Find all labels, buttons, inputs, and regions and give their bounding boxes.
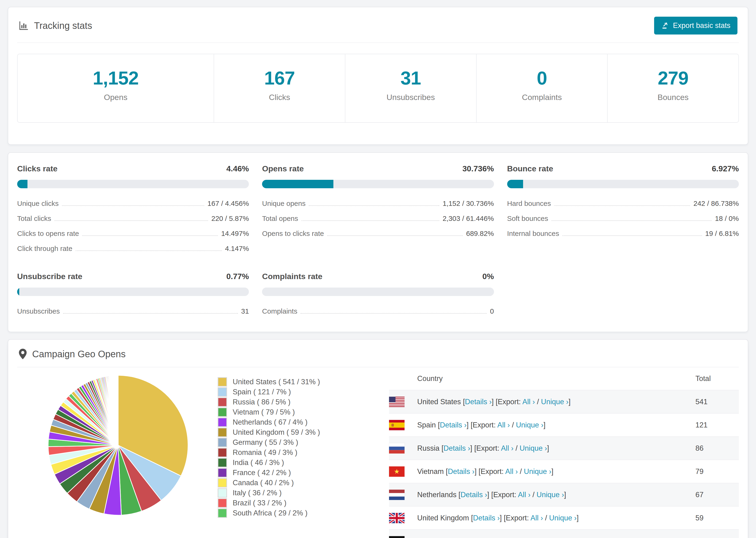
progress-bar <box>17 288 249 296</box>
details-link[interactable]: Details › <box>440 421 467 429</box>
bar-chart-icon <box>19 21 29 31</box>
details-link[interactable]: Details › <box>448 467 474 476</box>
country-name: Russia <box>417 444 440 452</box>
rate-value: 0% <box>482 272 494 281</box>
country-column-header: Country <box>389 374 695 383</box>
legend-item: France ( 42 / 2% ) <box>218 467 328 478</box>
country-total: 79 <box>695 467 739 476</box>
legend-item: Brazil ( 33 / 2% ) <box>218 498 328 508</box>
export-all-link[interactable]: All › <box>518 491 530 499</box>
geo-legend: United States ( 541 / 31% ) Spain ( 121 … <box>218 367 328 518</box>
export-all-link[interactable]: All › <box>497 421 510 429</box>
country-flag-icon <box>389 513 405 523</box>
country-cell: Russia [Details ›] [Export: All › / Uniq… <box>417 444 695 453</box>
export-unique-link[interactable]: Unique › <box>516 421 543 429</box>
rate-detail-row: Total opens 2,303 / 61.446% <box>262 215 494 223</box>
country-cell: Spain [Details ›] [Export: All › / Uniqu… <box>417 421 695 429</box>
geo-pie-chart <box>46 373 190 518</box>
legend-color-swatch <box>218 448 227 457</box>
rate-detail-value: 0 <box>490 307 494 315</box>
export-unique-link[interactable]: Unique › <box>549 514 577 522</box>
country-name: Spain <box>417 421 436 429</box>
legend-item: Canada ( 40 / 2% ) <box>218 478 328 488</box>
details-link[interactable]: Details › <box>460 491 487 499</box>
country-total: 541 <box>695 398 739 406</box>
stat-value: 167 <box>214 67 345 89</box>
rate-detail-value: 31 <box>241 307 249 315</box>
rate-title: Complaints rate <box>262 272 322 281</box>
stats-summary: 1,152 Opens 167 Clicks 31 Unsubscribes 0… <box>17 54 739 123</box>
country-name: Netherlands <box>417 491 457 499</box>
country-flag-icon <box>389 397 405 407</box>
export-basic-stats-button[interactable]: Export basic stats <box>654 17 737 34</box>
details-link[interactable]: Details › <box>444 444 470 452</box>
legend-label: South Africa ( 29 / 2% ) <box>233 509 307 517</box>
legend-item: Italy ( 36 / 2% ) <box>218 488 328 498</box>
geo-table-row: Russia [Details ›] [Export: All › / Uniq… <box>389 436 739 459</box>
geo-table-row: Vietnam [Details ›] [Export: All › / Uni… <box>389 459 739 483</box>
rate-detail-value: 242 / 86.738% <box>693 199 739 207</box>
rate-block: Opens rate 30.736% Unique opens 1,152 / … <box>262 164 494 260</box>
total-column-header: Total <box>695 374 739 383</box>
country-name: Germany <box>417 537 447 538</box>
country-flag-icon <box>389 420 405 430</box>
rates-grid: Clicks rate 4.46% Unique clicks 167 / 4.… <box>17 164 739 322</box>
rate-detail-label: Complaints <box>262 307 297 315</box>
rate-detail-label: Internal bounces <box>507 230 559 238</box>
progress-bar-fill <box>262 180 333 188</box>
legend-color-swatch <box>218 509 227 518</box>
legend-label: United States ( 541 / 31% ) <box>233 378 320 386</box>
rate-detail-value: 19 / 6.81% <box>705 230 739 238</box>
country-cell: Germany [Details ›] [Export: All › / Uni… <box>417 537 695 538</box>
export-all-link[interactable]: All › <box>505 467 518 476</box>
geo-title: Campaign Geo Opens <box>32 349 126 359</box>
rate-detail-label: Opens to clicks rate <box>262 230 324 238</box>
tracking-stats-header: Tracking stats Export basic stats <box>17 7 739 43</box>
details-link[interactable]: Details › <box>451 537 478 538</box>
country-name: United Kingdom <box>417 514 469 522</box>
stat-cell: 0 Complaints <box>476 54 607 122</box>
legend-label: Spain ( 121 / 7% ) <box>233 388 291 396</box>
details-link[interactable]: Details › <box>473 514 500 522</box>
export-all-link[interactable]: All › <box>530 514 543 522</box>
legend-label: Netherlands ( 67 / 4% ) <box>233 418 307 426</box>
export-unique-link[interactable]: Unique › <box>519 444 547 452</box>
country-cell: Netherlands [Details ›] [Export: All › /… <box>417 491 695 499</box>
rate-detail-value: 18 / 0% <box>715 215 739 223</box>
legend-item: Netherlands ( 67 / 4% ) <box>218 417 328 427</box>
rate-detail-row: Unique opens 1,152 / 30.736% <box>262 199 494 207</box>
export-unique-link[interactable]: Unique › <box>541 398 568 406</box>
export-icon <box>661 22 669 29</box>
export-all-link[interactable]: All › <box>501 444 513 452</box>
stat-label: Opens <box>18 93 214 102</box>
rate-detail-value: 4.147% <box>225 244 249 252</box>
rate-detail-value: 1,152 / 30.736% <box>443 199 494 207</box>
progress-bar-fill <box>17 180 27 188</box>
country-flag-icon <box>389 443 405 454</box>
rate-detail-row: Internal bounces 19 / 6.81% <box>507 230 739 238</box>
rate-block: Bounce rate 6.927% Hard bounces 242 / 86… <box>507 164 739 260</box>
rate-detail-label: Unsubscribes <box>17 307 60 315</box>
export-all-link[interactable]: All › <box>509 537 521 538</box>
export-unique-link[interactable]: Unique › <box>536 491 564 499</box>
export-unique-link[interactable]: Unique › <box>527 537 555 538</box>
geo-table-row: United Kingdom [Details ›] [Export: All … <box>389 506 739 529</box>
legend-color-swatch <box>218 438 227 447</box>
country-total: 86 <box>695 444 739 453</box>
legend-label: Vietnam ( 79 / 5% ) <box>233 408 295 416</box>
legend-label: Germany ( 55 / 3% ) <box>233 438 298 447</box>
country-flag-icon <box>389 536 405 538</box>
legend-label: Italy ( 36 / 2% ) <box>233 489 282 497</box>
details-link[interactable]: Details › <box>465 398 492 406</box>
rate-block: Clicks rate 4.46% Unique clicks 167 / 4.… <box>17 164 249 260</box>
rate-title: Bounce rate <box>507 164 553 173</box>
rate-detail-value: 167 / 4.456% <box>207 199 249 207</box>
rate-value: 6.927% <box>712 164 739 173</box>
stat-value: 1,152 <box>18 67 214 89</box>
stat-cell: 279 Bounces <box>607 54 738 122</box>
rate-block: Complaints rate 0% Complaints 0 <box>262 272 494 322</box>
export-all-link[interactable]: All › <box>522 398 535 406</box>
rate-value: 4.46% <box>226 164 249 173</box>
export-unique-link[interactable]: Unique › <box>524 467 551 476</box>
country-total: 55 <box>695 537 739 538</box>
